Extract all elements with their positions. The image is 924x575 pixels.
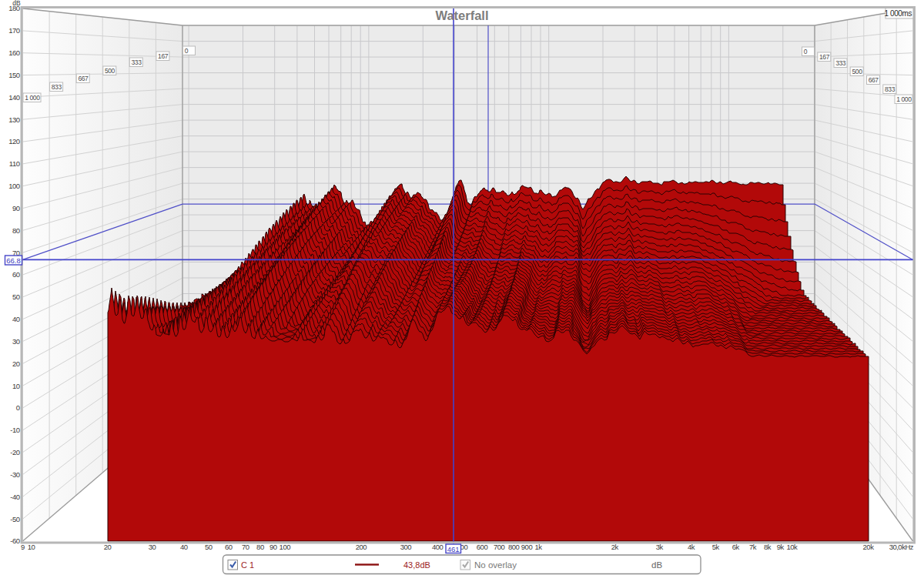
svg-text:300: 300 (400, 543, 412, 551)
svg-text:-20: -20 (10, 448, 19, 456)
svg-text:60: 60 (12, 270, 20, 279)
svg-text:167: 167 (158, 52, 169, 60)
svg-text:1 000: 1 000 (25, 94, 40, 102)
svg-text:120: 120 (8, 137, 20, 145)
svg-text:0: 0 (185, 47, 189, 55)
svg-text:0: 0 (804, 48, 808, 55)
svg-text:170: 170 (8, 26, 20, 35)
svg-text:833: 833 (885, 85, 896, 93)
svg-text:461: 461 (447, 545, 460, 553)
svg-text:1 000: 1 000 (896, 95, 912, 103)
svg-text:7k: 7k (749, 543, 757, 551)
svg-text:5k: 5k (712, 543, 720, 551)
svg-text:80: 80 (256, 543, 264, 551)
svg-text:1 000ms: 1 000ms (884, 9, 912, 18)
svg-text:400: 400 (432, 543, 444, 551)
svg-text:200: 200 (356, 543, 367, 551)
svg-text:10k: 10k (786, 543, 798, 551)
svg-text:150: 150 (8, 71, 20, 79)
svg-text:140: 140 (8, 93, 20, 102)
svg-text:10: 10 (28, 543, 35, 551)
svg-text:20k: 20k (863, 543, 875, 551)
svg-text:500: 500 (852, 68, 863, 75)
svg-text:dB: dB (12, 0, 21, 7)
svg-text:8k: 8k (764, 543, 772, 551)
svg-text:-30: -30 (10, 470, 19, 479)
svg-text:160: 160 (8, 48, 20, 57)
svg-text:-60: -60 (10, 537, 19, 545)
svg-text:No overlay: No overlay (474, 560, 517, 570)
svg-text:-50: -50 (10, 515, 19, 523)
svg-text:2k: 2k (611, 543, 619, 551)
svg-text:-10: -10 (10, 426, 19, 434)
svg-text:30,0kHz: 30,0kHz (889, 543, 914, 551)
svg-text:500: 500 (105, 67, 116, 75)
svg-text:40: 40 (12, 315, 20, 323)
svg-text:30: 30 (12, 337, 20, 346)
svg-text:43,8dB: 43,8dB (403, 560, 430, 570)
svg-text:66.8: 66.8 (6, 256, 21, 265)
svg-text:50: 50 (205, 543, 213, 551)
svg-text:800: 800 (508, 543, 520, 551)
svg-text:C 1: C 1 (241, 560, 254, 570)
svg-text:333: 333 (132, 59, 142, 66)
svg-text:130: 130 (8, 115, 20, 124)
svg-text:dB: dB (651, 560, 662, 570)
svg-text:667: 667 (78, 75, 89, 82)
svg-text:100: 100 (280, 543, 291, 551)
svg-text:700: 700 (494, 543, 505, 551)
svg-text:40: 40 (180, 543, 188, 551)
svg-text:-40: -40 (10, 493, 19, 501)
svg-text:6k: 6k (732, 543, 740, 551)
svg-text:3k: 3k (656, 543, 664, 551)
svg-text:833: 833 (52, 83, 62, 91)
svg-text:60: 60 (225, 543, 233, 551)
svg-text:333: 333 (835, 59, 846, 67)
svg-text:20: 20 (104, 543, 112, 551)
svg-text:900: 900 (521, 543, 533, 551)
svg-text:10: 10 (12, 382, 20, 390)
svg-text:20: 20 (12, 359, 20, 368)
svg-text:1k: 1k (535, 543, 543, 551)
svg-text:90: 90 (270, 543, 277, 551)
svg-text:Waterfall: Waterfall (435, 8, 488, 22)
svg-text:70: 70 (242, 543, 249, 551)
svg-text:30: 30 (149, 543, 156, 551)
svg-text:9k: 9k (777, 543, 785, 551)
svg-text:0: 0 (16, 403, 20, 412)
svg-text:167: 167 (819, 53, 830, 61)
svg-text:100: 100 (8, 182, 20, 190)
svg-text:50: 50 (12, 293, 20, 301)
svg-text:9: 9 (21, 543, 25, 551)
svg-text:80: 80 (12, 226, 20, 235)
svg-text:110: 110 (9, 159, 20, 168)
svg-text:90: 90 (12, 204, 20, 212)
svg-text:667: 667 (869, 76, 879, 84)
svg-text:600: 600 (477, 543, 488, 551)
svg-text:4k: 4k (688, 543, 695, 551)
